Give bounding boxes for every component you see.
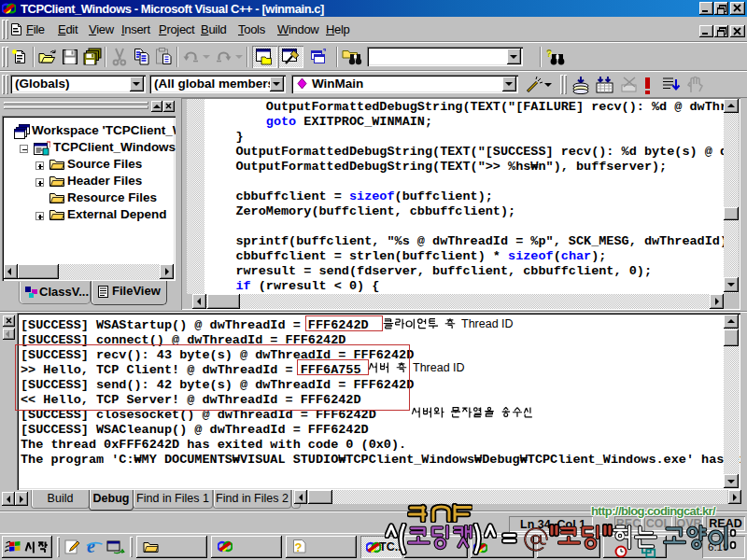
svg-text:e: e — [87, 538, 95, 555]
svg-text:?: ? — [547, 49, 553, 59]
svg-text:?: ? — [295, 540, 303, 554]
